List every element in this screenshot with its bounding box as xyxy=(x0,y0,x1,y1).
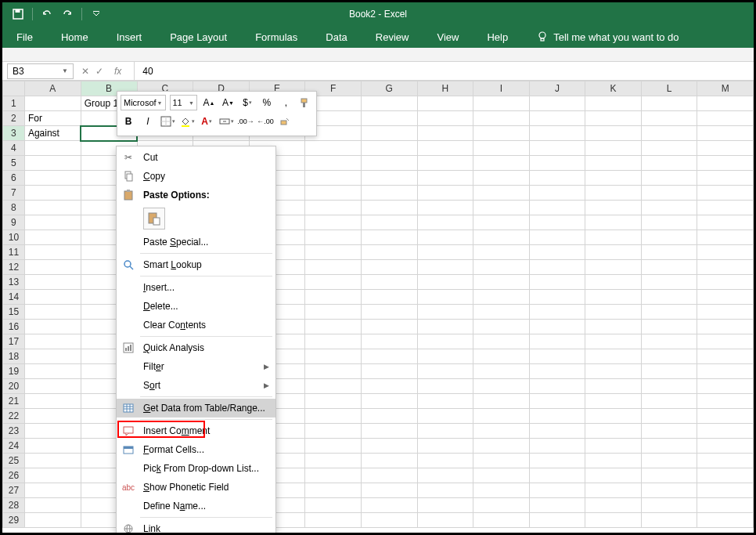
cell-J8[interactable] xyxy=(529,201,585,215)
column-header-I[interactable]: I xyxy=(473,81,530,96)
cell-J12[interactable] xyxy=(529,260,585,275)
fx-icon[interactable]: fx xyxy=(114,66,121,77)
borders-button[interactable]: ▾ xyxy=(160,114,175,129)
row-header-12[interactable]: 12 xyxy=(3,260,25,275)
cell-I29[interactable] xyxy=(473,513,530,528)
ctx-pick-from-list[interactable]: Pick From Drop-down List... xyxy=(117,459,275,478)
cell-M21[interactable] xyxy=(697,394,754,409)
font-size-select[interactable]: 11▼ xyxy=(170,95,198,110)
tab-data[interactable]: Data xyxy=(319,28,353,46)
cell-J6[interactable] xyxy=(529,171,585,186)
column-header-A[interactable]: A xyxy=(24,81,81,96)
row-header-25[interactable]: 25 xyxy=(3,454,25,468)
cell-K24[interactable] xyxy=(585,439,642,454)
cell-A19[interactable] xyxy=(24,364,81,379)
cell-M1[interactable] xyxy=(697,96,754,111)
cell-M12[interactable] xyxy=(697,260,754,275)
cell-F6[interactable] xyxy=(305,171,362,186)
cell-F17[interactable] xyxy=(305,334,362,349)
cell-J24[interactable] xyxy=(529,439,585,454)
percent-format-button[interactable]: % xyxy=(259,95,275,110)
cell-M17[interactable] xyxy=(697,334,754,349)
cell-M27[interactable] xyxy=(697,483,754,498)
cell-F22[interactable] xyxy=(305,409,362,424)
cell-G25[interactable] xyxy=(361,454,417,468)
cell-K12[interactable] xyxy=(585,260,642,275)
cell-G7[interactable] xyxy=(361,186,417,201)
row-header-26[interactable]: 26 xyxy=(3,468,25,483)
row-header-20[interactable]: 20 xyxy=(3,379,25,394)
save-button[interactable] xyxy=(9,5,27,23)
cell-K11[interactable] xyxy=(585,245,642,260)
cell-G19[interactable] xyxy=(361,364,417,379)
cell-I3[interactable] xyxy=(473,126,530,141)
cell-K17[interactable] xyxy=(585,334,642,349)
cell-H1[interactable] xyxy=(417,96,473,111)
cell-G29[interactable] xyxy=(361,513,417,528)
ctx-filter[interactable]: Filter ▶ xyxy=(117,357,275,376)
cell-L12[interactable] xyxy=(641,260,697,275)
cell-I10[interactable] xyxy=(473,230,530,245)
cell-L13[interactable] xyxy=(641,275,697,290)
row-header-5[interactable]: 5 xyxy=(3,156,25,171)
cell-K9[interactable] xyxy=(585,215,642,230)
increase-decimal-button[interactable]: .00→ xyxy=(238,114,254,129)
cell-M4[interactable] xyxy=(697,141,754,156)
cell-G2[interactable] xyxy=(361,111,417,126)
cell-F13[interactable] xyxy=(305,275,362,290)
cell-A15[interactable] xyxy=(24,305,81,320)
paste-option-default[interactable] xyxy=(143,208,165,230)
cell-J18[interactable] xyxy=(529,349,585,364)
cell-K6[interactable] xyxy=(585,171,642,186)
cell-A6[interactable] xyxy=(24,171,81,186)
cell-F26[interactable] xyxy=(305,468,362,483)
row-header-13[interactable]: 13 xyxy=(3,275,25,290)
cell-G16[interactable] xyxy=(361,320,417,334)
cell-L17[interactable] xyxy=(641,334,697,349)
cell-L24[interactable] xyxy=(641,439,697,454)
cell-F10[interactable] xyxy=(305,230,362,245)
row-header-22[interactable]: 22 xyxy=(3,409,25,424)
font-family-select[interactable]: Microsof▼ xyxy=(121,95,166,110)
cell-F23[interactable] xyxy=(305,424,362,439)
cell-H24[interactable] xyxy=(417,439,473,454)
cell-A4[interactable] xyxy=(24,141,81,156)
cell-H26[interactable] xyxy=(417,468,473,483)
cell-J9[interactable] xyxy=(529,215,585,230)
column-header-M[interactable]: M xyxy=(697,81,754,96)
cell-J5[interactable] xyxy=(529,156,585,171)
tab-home[interactable]: Home xyxy=(55,28,95,46)
cell-G4[interactable] xyxy=(361,141,417,156)
cell-H20[interactable] xyxy=(417,379,473,394)
cell-J11[interactable] xyxy=(529,245,585,260)
cell-F25[interactable] xyxy=(305,454,362,468)
cell-F11[interactable] xyxy=(305,245,362,260)
format-button[interactable] xyxy=(277,114,293,129)
cell-F18[interactable] xyxy=(305,349,362,364)
cell-I4[interactable] xyxy=(473,141,530,156)
cell-M19[interactable] xyxy=(697,364,754,379)
ctx-format-cells[interactable]: Format Cells... xyxy=(117,440,275,459)
cell-H28[interactable] xyxy=(417,498,473,513)
row-header-14[interactable]: 14 xyxy=(3,290,25,305)
cell-L21[interactable] xyxy=(641,394,697,409)
cell-G5[interactable] xyxy=(361,156,417,171)
cell-M26[interactable] xyxy=(697,468,754,483)
cell-F4[interactable] xyxy=(305,141,362,156)
cell-H2[interactable] xyxy=(417,111,473,126)
row-header-4[interactable]: 4 xyxy=(3,141,25,156)
row-header-28[interactable]: 28 xyxy=(3,498,25,513)
cell-H3[interactable] xyxy=(417,126,473,141)
cell-K22[interactable] xyxy=(585,409,642,424)
cell-G14[interactable] xyxy=(361,290,417,305)
cell-M11[interactable] xyxy=(697,245,754,260)
cell-F29[interactable] xyxy=(305,513,362,528)
cell-L4[interactable] xyxy=(641,141,697,156)
cell-I24[interactable] xyxy=(473,439,530,454)
cell-I23[interactable] xyxy=(473,424,530,439)
cell-K25[interactable] xyxy=(585,454,642,468)
ctx-define-name[interactable]: Define Name... xyxy=(117,497,275,515)
cell-F24[interactable] xyxy=(305,439,362,454)
cell-M2[interactable] xyxy=(697,111,754,126)
cell-I6[interactable] xyxy=(473,171,530,186)
